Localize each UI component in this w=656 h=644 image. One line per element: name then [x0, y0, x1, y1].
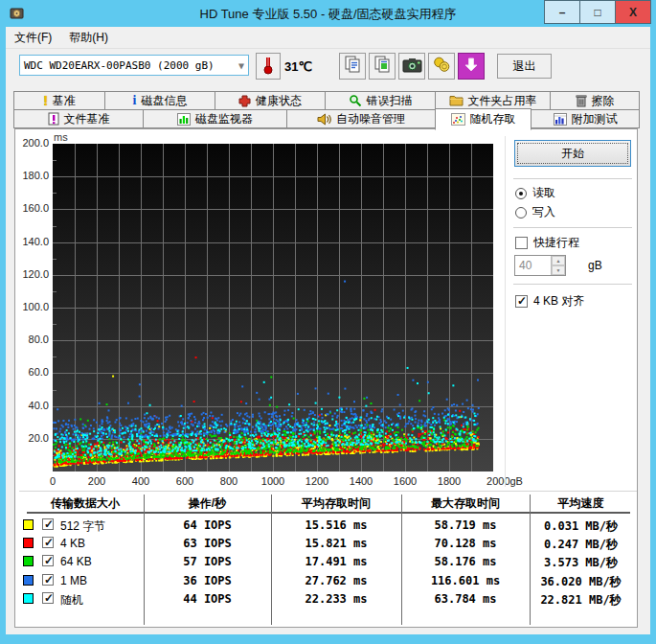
start-button[interactable]: 开始 — [514, 140, 631, 167]
series-color-swatch — [23, 593, 34, 604]
read-radio[interactable]: 读取 — [515, 185, 555, 201]
tab-benchmark[interactable]: ! 基准 — [13, 91, 105, 110]
avg-speed-value: 0.031 MB/秒 — [530, 518, 632, 535]
y-tick-label: 200.0 — [17, 137, 49, 149]
avg-access-value: 27.762 ms — [271, 574, 401, 587]
spinner-up-button[interactable]: ▲ — [552, 256, 565, 265]
series-checkbox[interactable] — [42, 537, 54, 548]
series-checkbox[interactable] — [42, 574, 54, 586]
avg-access-value: 22.233 ms — [271, 592, 401, 606]
temperature-button[interactable] — [256, 53, 281, 80]
col-header-max-access: 最大存取时间 — [401, 495, 530, 512]
hdtune-window: HD Tune 专业版 5.50 - 硬盘/固态硬盘实用程序 – □ X 文件(… — [0, 0, 656, 644]
col-header-iops: 操作/秒 — [144, 495, 271, 512]
x-tick-label: 600 — [176, 475, 193, 487]
y-tick-label: 20.0 — [17, 432, 49, 444]
magnifier-icon — [349, 94, 362, 107]
radio-dot — [515, 188, 527, 199]
close-button[interactable]: X — [615, 0, 651, 24]
y-tick-label: 180.0 — [17, 170, 49, 181]
tab-health[interactable]: 健康状态 — [215, 91, 326, 110]
register-button[interactable] — [428, 53, 455, 80]
max-access-value: 70.128 ms — [401, 537, 530, 550]
chevron-down-icon: ▼ — [238, 60, 244, 71]
panel-divider — [505, 136, 506, 487]
minimize-button[interactable]: – — [544, 0, 580, 24]
col-header-transfer-size: 传输数据大小 — [27, 495, 144, 512]
series-color-swatch — [23, 519, 34, 530]
iops-value: 36 IOPS — [144, 574, 271, 587]
x-tick-label: 800 — [220, 475, 238, 487]
health-cross-icon — [238, 95, 251, 107]
short-stroke-checkbox[interactable]: 快捷行程 — [515, 235, 579, 251]
avg-speed-value: 0.247 MB/秒 — [530, 537, 632, 553]
update-button[interactable] — [458, 53, 485, 80]
avg-speed-value: 22.821 MB/秒 — [530, 592, 632, 609]
align-4kb-checkbox[interactable]: 4 KB 对齐 — [515, 293, 584, 310]
coins-icon — [433, 57, 451, 76]
col-header-avg-speed: 平均速度 — [530, 495, 632, 512]
series-color-swatch — [23, 538, 34, 548]
y-tick-label: 120.0 — [17, 268, 49, 280]
copy-text-button[interactable] — [339, 53, 366, 80]
tab-disk-info[interactable]: i 磁盘信息 — [104, 91, 215, 110]
copy-image-button[interactable] — [369, 53, 396, 80]
stroke-unit-label: gB — [588, 259, 602, 272]
series-label: 64 KB — [60, 555, 92, 568]
tab-file-benchmark[interactable]: 文件基准 — [13, 109, 144, 128]
tab-folder-usage[interactable]: 文件夹占用率 — [435, 91, 551, 110]
iops-value: 44 IOPS — [144, 592, 271, 606]
folder-icon — [449, 95, 464, 106]
tab-random-access[interactable]: 随机存取 — [435, 108, 532, 130]
checkbox-box — [515, 295, 528, 308]
tab-extra-tests[interactable]: 附加测试 — [531, 109, 640, 128]
avg-access-value: 15.516 ms — [271, 518, 401, 532]
spinner-down-button[interactable]: ▼ — [552, 265, 565, 275]
series-label: 512 字节 — [60, 518, 105, 535]
avg-speed-value: 3.573 MB/秒 — [530, 555, 632, 571]
bar-monitor-icon — [177, 113, 191, 126]
tab-erase[interactable]: 擦除 — [550, 91, 640, 110]
file-benchmark-icon — [48, 112, 59, 126]
y-tick-label: 160.0 — [17, 202, 49, 214]
stroke-size-spinner[interactable]: 40 ▲ ▼ — [514, 255, 566, 276]
separator — [513, 227, 632, 228]
series-label: 随机 — [60, 592, 83, 609]
write-radio[interactable]: 写入 — [515, 204, 555, 220]
series-checkbox[interactable] — [42, 592, 54, 604]
series-checkbox[interactable] — [42, 518, 54, 530]
screenshot-button[interactable] — [398, 53, 425, 80]
series-color-swatch — [23, 556, 34, 566]
camera-icon — [402, 57, 422, 76]
menubar: 文件(F) 帮助(H) — [6, 27, 650, 49]
menu-item-help[interactable]: 帮助(H) — [60, 27, 117, 49]
series-checkbox[interactable] — [42, 555, 54, 566]
max-access-value: 58.719 ms — [401, 518, 530, 532]
maximize-button[interactable]: □ — [579, 0, 616, 24]
iops-value: 57 IOPS — [144, 555, 271, 568]
tab-error-scan[interactable]: 错误扫描 — [325, 91, 436, 110]
y-tick-label: 40.0 — [17, 400, 49, 411]
y-axis-unit-label: ms — [54, 131, 68, 143]
x-tick-label: 1000 — [261, 475, 284, 487]
tab-auto-acoustic[interactable]: 自动噪音管理 — [286, 109, 436, 128]
max-access-value: 116.601 ms — [401, 574, 530, 587]
exit-button[interactable]: 退出 — [497, 54, 552, 79]
iops-value: 63 IOPS — [144, 537, 271, 550]
series-label: 4 KB — [60, 537, 85, 550]
max-access-value: 63.784 ms — [401, 592, 530, 606]
separator — [513, 178, 632, 179]
speaker-icon — [317, 113, 331, 126]
y-tick-label: 80.0 — [17, 334, 49, 345]
col-header-avg-access: 平均存取时间 — [271, 495, 401, 512]
copy-image-icon — [373, 56, 392, 77]
y-tick-label: 60.0 — [17, 366, 49, 378]
series-color-swatch — [23, 575, 34, 586]
drive-select[interactable]: WDC WD20EARX-00PASB0 (2000 gB) ▼ — [19, 55, 249, 76]
x-tick-label: 1400 — [350, 475, 373, 487]
table-top-line — [19, 491, 637, 492]
series-label: 1 MB — [60, 574, 87, 587]
tab-disk-monitor[interactable]: 磁盘监视器 — [143, 109, 287, 128]
menu-item-file[interactable]: 文件(F) — [6, 27, 60, 49]
benchmark-icon: ! — [43, 93, 48, 108]
